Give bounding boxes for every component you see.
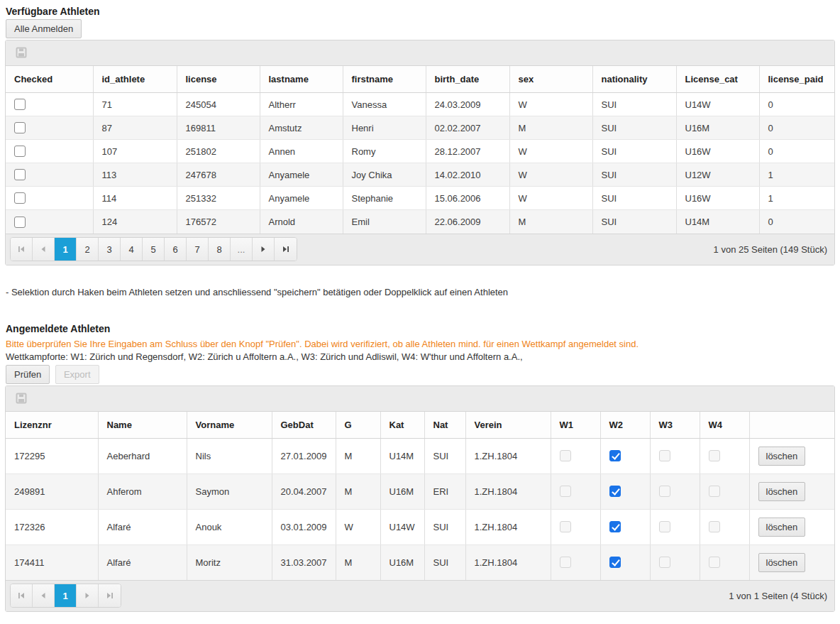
w1-checkbox[interactable]: [560, 486, 571, 497]
col-w4[interactable]: W4: [700, 412, 749, 439]
col-id-athlete[interactable]: id_athlete: [93, 66, 177, 93]
col-nationality[interactable]: nationality: [592, 66, 676, 93]
col-birth-date[interactable]: birth_date: [426, 66, 509, 93]
w4-checkbox[interactable]: [709, 521, 720, 532]
col-vorname[interactable]: Vorname: [187, 412, 272, 439]
prev-page-button[interactable]: [33, 238, 55, 261]
w4-checkbox[interactable]: [709, 486, 720, 497]
cell-w2: [600, 509, 650, 544]
page-button[interactable]: 6: [165, 238, 187, 261]
table-row[interactable]: 113247678AnyameleJoy Chika14.02.2010WSUI…: [6, 163, 834, 187]
table-row[interactable]: 71245054AltherrVanessa24.03.2009WSUIU14W…: [6, 93, 834, 116]
col-w3[interactable]: W3: [650, 412, 700, 439]
table-row[interactable]: 172295AeberhardNils27.01.2009MU14MSUI1.Z…: [6, 438, 834, 474]
next-page-button[interactable]: [253, 238, 275, 261]
row-select-checkbox[interactable]: [14, 146, 26, 157]
col-nat[interactable]: Nat: [424, 412, 465, 439]
col-verein[interactable]: Verein: [465, 412, 551, 439]
cell-id_athlete: 114: [93, 187, 177, 210]
page-button[interactable]: 8: [209, 238, 231, 261]
cell-license: 169811: [177, 116, 260, 140]
seek-last-button[interactable]: [275, 238, 297, 261]
cell-gebdat: 31.03.2007: [272, 544, 336, 580]
col-checked[interactable]: Checked: [6, 66, 93, 93]
col-kat[interactable]: Kat: [380, 412, 424, 439]
cell-nationality: SUI: [592, 93, 676, 116]
w3-checkbox[interactable]: [659, 521, 670, 532]
cell-license_paid: 0: [759, 116, 834, 140]
col-lizenznr[interactable]: Lizenznr: [6, 412, 98, 439]
delete-button[interactable]: löschen: [758, 447, 806, 466]
cell-license_paid: 0: [759, 140, 834, 163]
available-athletes-grid: Checked id_athlete license lastname firs…: [5, 40, 835, 266]
col-firstname[interactable]: firstname: [343, 66, 426, 93]
w2-checkbox[interactable]: [609, 557, 621, 568]
w2-checkbox[interactable]: [609, 486, 621, 497]
col-lastname[interactable]: lastname: [260, 66, 343, 93]
page-button[interactable]: 1: [55, 584, 77, 607]
col-sex[interactable]: sex: [509, 66, 592, 93]
seek-first-button[interactable]: [11, 238, 33, 261]
page-button[interactable]: 5: [143, 238, 165, 261]
delete-button[interactable]: löschen: [758, 553, 806, 572]
prev-page-button[interactable]: [33, 584, 55, 607]
w1-checkbox[interactable]: [560, 450, 571, 461]
page-button[interactable]: 7: [187, 238, 209, 261]
w2-checkbox[interactable]: [609, 521, 621, 532]
cell-checked: [6, 93, 93, 116]
page-button[interactable]: 2: [77, 238, 99, 261]
delete-button[interactable]: löschen: [758, 482, 806, 501]
table-row[interactable]: 249891AhferomSaymon20.04.2007MU16MERI1.Z…: [6, 474, 834, 509]
seek-first-button[interactable]: [11, 584, 33, 607]
cell-name: Alfaré: [98, 544, 187, 580]
table-row[interactable]: 124176572ArnoldEmil22.06.2009MSUIU14M0: [6, 210, 834, 234]
page-button[interactable]: 3: [99, 238, 121, 261]
cell-id_athlete: 107: [93, 140, 177, 163]
table-row[interactable]: 107251802AnnenRomy28.12.2007WSUIU16W0: [6, 140, 834, 163]
w4-checkbox[interactable]: [709, 450, 720, 461]
cell-lastname: Anyamele: [260, 187, 343, 210]
enroll-all-button[interactable]: Alle Anmelden: [6, 19, 82, 38]
w4-checkbox[interactable]: [709, 557, 720, 568]
w2-checkbox[interactable]: [609, 450, 621, 461]
delete-button[interactable]: löschen: [758, 518, 806, 537]
row-select-checkbox[interactable]: [14, 99, 26, 110]
page-button[interactable]: 1: [55, 238, 77, 261]
table-row[interactable]: 87169811AmstutzHenri02.02.2007MSUIU16M0: [6, 116, 834, 140]
row-select-checkbox[interactable]: [14, 122, 26, 133]
table-row[interactable]: 114251332AnyameleStephanie15.06.2006WSUI…: [6, 187, 834, 210]
table-row[interactable]: 174411AlfaréMoritz31.03.2007MU16MSUI1.ZH…: [6, 544, 834, 580]
col-w1[interactable]: W1: [551, 412, 600, 439]
col-g[interactable]: G: [336, 412, 380, 439]
cell-license: 245054: [177, 93, 260, 116]
cell-nationality: SUI: [592, 210, 676, 234]
available-pager-info: 1 von 25 Seiten (149 Stück): [714, 244, 827, 255]
w3-checkbox[interactable]: [659, 557, 670, 568]
save-icon[interactable]: [16, 47, 834, 58]
more-pages-button[interactable]: ...: [231, 238, 253, 261]
w3-checkbox[interactable]: [659, 450, 670, 461]
col-w2[interactable]: W2: [600, 412, 650, 439]
cell-vorname: Saymon: [187, 474, 272, 509]
cell-checked: [6, 163, 93, 187]
next-page-button[interactable]: [77, 584, 99, 607]
cell-verein: 1.ZH.1804: [465, 509, 551, 544]
save-icon[interactable]: [16, 393, 834, 404]
col-license-paid[interactable]: license_paid: [759, 66, 834, 93]
table-row[interactable]: 172326AlfaréAnouk03.01.2009WU14WSUI1.ZH.…: [6, 509, 834, 544]
w1-checkbox[interactable]: [560, 521, 571, 532]
seek-last-button[interactable]: [99, 584, 121, 607]
col-name[interactable]: Name: [98, 412, 187, 439]
col-gebdat[interactable]: GebDat: [272, 412, 336, 439]
page-button[interactable]: 4: [121, 238, 143, 261]
seek-first-icon: [17, 245, 26, 253]
row-select-checkbox[interactable]: [14, 169, 26, 180]
col-license-cat[interactable]: License_cat: [676, 66, 759, 93]
cell-w1: [551, 544, 600, 580]
row-select-checkbox[interactable]: [14, 192, 26, 204]
row-select-checkbox[interactable]: [14, 217, 26, 228]
w3-checkbox[interactable]: [659, 486, 670, 497]
col-license[interactable]: license: [177, 66, 260, 93]
check-button[interactable]: Prüfen: [6, 365, 50, 384]
w1-checkbox[interactable]: [560, 557, 571, 568]
